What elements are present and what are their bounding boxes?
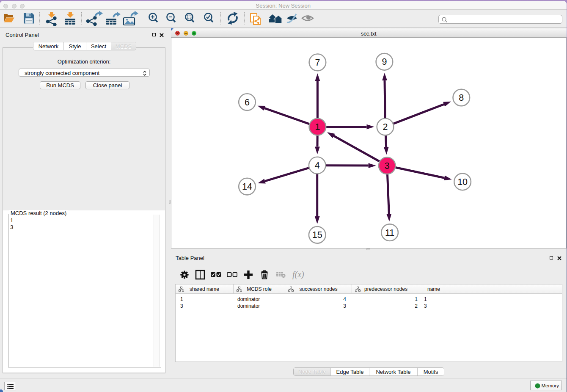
svg-text:4: 4 — [315, 160, 320, 171]
svg-text:2: 2 — [383, 122, 388, 132]
svg-text:11: 11 — [385, 228, 394, 238]
svg-text:6: 6 — [245, 97, 250, 108]
svg-text:7: 7 — [315, 58, 320, 68]
svg-text:14: 14 — [242, 182, 252, 192]
svg-text:15: 15 — [312, 230, 322, 240]
svg-text:1: 1 — [315, 122, 320, 132]
svg-text:9: 9 — [382, 57, 387, 67]
svg-text:3: 3 — [385, 161, 390, 171]
svg-text:8: 8 — [459, 93, 464, 103]
svg-text:10: 10 — [457, 177, 468, 187]
svg-text:f(x): f(x) — [292, 270, 304, 279]
